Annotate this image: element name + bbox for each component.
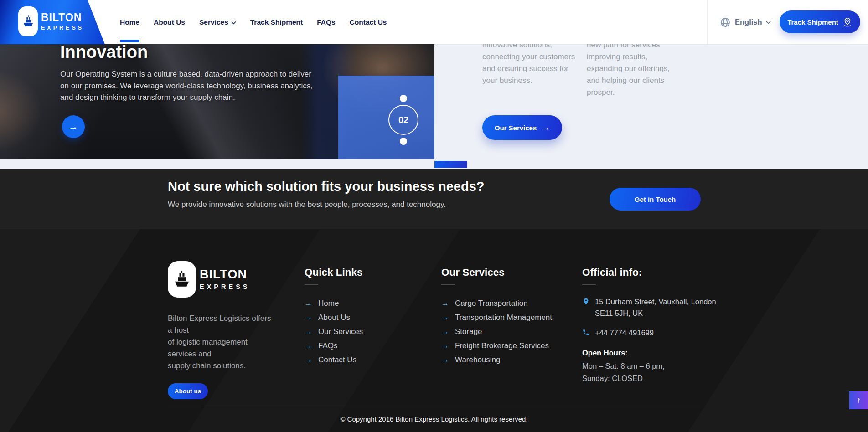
preview-line: and ensuring success for [482, 63, 575, 75]
our-services-heading: Our Services [441, 267, 552, 278]
address-row: 15 Durham Street, Vauxhall, London SE11 … [582, 296, 716, 319]
arrow-right-icon: → [305, 313, 312, 322]
quick-link-our-services[interactable]: →Our Services [305, 324, 363, 339]
slider-dot-down[interactable] [400, 138, 407, 145]
service-link-freight-brokerage[interactable]: →Freight Brokerage Services [441, 339, 552, 353]
our-services-button-label: Our Services [495, 124, 537, 132]
brand-name-top: BILTON [41, 12, 84, 23]
open-hours-line: Sunday: CLOSED [582, 374, 716, 382]
heading-divider [582, 284, 596, 285]
brand-logo[interactable]: BILTON EXPRESS [18, 6, 84, 36]
ship-icon [18, 6, 38, 36]
quick-link-faqs[interactable]: →FAQs [305, 339, 363, 353]
hero-next-button[interactable]: → [62, 115, 85, 138]
service-link-label: Storage [455, 327, 482, 336]
footer-about-line: of logistic management services and [168, 336, 273, 360]
preview-line: improving results, [587, 51, 670, 63]
slider-dot-up[interactable] [400, 95, 407, 102]
quick-links-heading: Quick Links [305, 267, 363, 278]
official-info-heading: Official info: [582, 267, 716, 278]
quick-link-contact-us[interactable]: →Contact Us [305, 353, 363, 367]
address-text: 15 Durham Street, Vauxhall, London SE11 … [595, 296, 716, 319]
arrow-right-icon: → [441, 327, 449, 336]
heading-divider [441, 284, 455, 285]
arrow-right-icon: → [441, 313, 449, 322]
nav-item-services-label: Services [199, 18, 228, 26]
quick-link-label: Our Services [318, 327, 363, 336]
track-shipment-button[interactable]: Track Shipment [780, 10, 860, 33]
brand-text: BILTON EXPRESS [41, 12, 84, 31]
footer: BILTON EXPRESS Bilton Express Logistics … [0, 229, 868, 432]
about-us-button[interactable]: About us [168, 383, 208, 399]
globe-icon [720, 17, 731, 28]
preview-line: new path for services [587, 44, 670, 51]
slider-controls: 02 [388, 95, 419, 145]
preview-line: your business. [482, 75, 575, 87]
footer-about-text: Bilton Express Logistics offers a host o… [168, 313, 273, 372]
nav-item-track-shipment[interactable]: Track Shipment [250, 0, 303, 44]
address-line: SE11 5JH, UK [595, 308, 716, 319]
phone-row[interactable]: +44 7774 491699 [582, 327, 716, 339]
quick-link-about-us[interactable]: →About Us [305, 310, 363, 324]
footer-brand-logo: BILTON EXPRESS [168, 261, 273, 298]
quick-link-label: FAQs [318, 341, 338, 350]
cta-subtitle: We provide innovative solutions with the… [168, 200, 446, 209]
nav-item-contact-us[interactable]: Contact Us [350, 0, 387, 44]
footer-services-column: Our Services →Cargo Transportation →Tran… [441, 267, 552, 367]
location-pin-icon [842, 17, 852, 27]
quick-link-home[interactable]: →Home [305, 296, 363, 310]
chevron-down-icon [231, 21, 236, 25]
service-link-storage[interactable]: →Storage [441, 324, 552, 339]
arrow-right-icon: → [441, 341, 449, 350]
hero-section: Innovation Our Operating System is a cul… [0, 44, 868, 169]
main-nav: Home About Us Services Track Shipment FA… [120, 0, 387, 44]
footer-about-line: Bilton Express Logistics offers a host [168, 313, 273, 336]
hero-title: Innovation [60, 44, 148, 62]
service-link-label: Warehousing [455, 355, 501, 365]
chevron-down-icon[interactable] [766, 21, 771, 24]
arrow-right-icon: → [305, 355, 312, 365]
service-link-warehousing[interactable]: →Warehousing [441, 353, 552, 367]
quick-link-label: Contact Us [318, 355, 356, 365]
arrow-right-icon: → [441, 299, 449, 308]
language-selector[interactable]: English [735, 18, 762, 26]
quick-links-list: →Home →About Us →Our Services →FAQs →Con… [305, 296, 363, 367]
footer-quick-links-column: Quick Links →Home →About Us →Our Service… [305, 267, 363, 367]
get-in-touch-button[interactable]: Get in Touch [610, 188, 701, 211]
phone-icon [582, 329, 590, 336]
footer-about-line: supply chain solutions. [168, 360, 273, 372]
ship-icon [168, 261, 196, 298]
hero-paragraph-line: and design thinking to transform your su… [60, 92, 313, 103]
nav-item-home[interactable]: Home [120, 0, 140, 44]
service-link-label: Freight Brokerage Services [455, 341, 549, 350]
brand-name-bottom: EXPRESS [41, 25, 84, 31]
phone-number: +44 7774 491699 [595, 327, 654, 339]
our-services-button[interactable]: Our Services → [482, 115, 562, 140]
arrow-right-icon: → [305, 341, 312, 350]
service-link-transportation-management[interactable]: →Transportation Management [441, 310, 552, 324]
preview-line: prosper. [587, 87, 670, 98]
services-list: →Cargo Transportation →Transportation Ma… [441, 296, 552, 367]
nav-item-faqs[interactable]: FAQs [317, 0, 335, 44]
slider-panel: 02 [338, 76, 434, 159]
preview-line: innovative solutions, [482, 44, 575, 51]
arrow-right-icon: → [441, 355, 449, 365]
copyright-divider [168, 407, 700, 407]
scroll-to-top-button[interactable]: ↑ [849, 391, 868, 409]
brand-name-top: BILTON [200, 268, 250, 281]
cta-title: Not sure which solution fits your busine… [168, 179, 485, 194]
nav-item-services[interactable]: Services [199, 0, 236, 44]
navbar-right-cluster: English Track Shipment [707, 0, 868, 44]
quick-link-label: Home [318, 299, 339, 308]
service-link-label: Transportation Management [455, 313, 552, 322]
preview-text-column-2: new path for services improving results,… [587, 44, 670, 98]
preview-line: and helping our clients [587, 75, 670, 87]
nav-item-about-us[interactable]: About Us [154, 0, 185, 44]
service-link-cargo-transportation[interactable]: →Cargo Transportation [441, 296, 552, 310]
arrow-right-icon: → [305, 299, 312, 308]
service-link-label: Cargo Transportation [455, 299, 528, 308]
footer-about-column: BILTON EXPRESS Bilton Express Logistics … [168, 261, 273, 399]
preview-line: connecting your customers [482, 51, 575, 63]
arrow-up-icon: ↑ [857, 396, 861, 405]
footer-brand-text: BILTON EXPRESS [200, 268, 250, 290]
